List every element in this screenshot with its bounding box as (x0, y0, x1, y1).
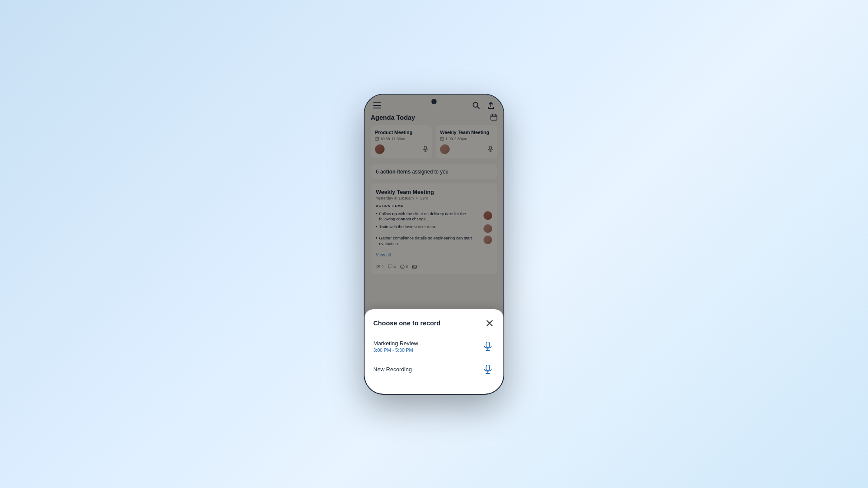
sheet-item-1-time: 3:00 PM - 5:30 PM (373, 347, 418, 353)
sheet-item-marketing[interactable]: Marketing Review 3:00 PM - 5:30 PM (373, 335, 495, 358)
sheet-item-2-info: New Recording (373, 366, 412, 373)
mic-button-marketing[interactable] (481, 340, 495, 354)
sheet-item-1-name: Marketing Review (373, 340, 418, 347)
bottom-sheet: Choose one to record Marketing Review 3:… (365, 309, 503, 394)
close-button[interactable] (484, 318, 495, 328)
sheet-item-2-name: New Recording (373, 366, 412, 373)
mic-button-new-recording[interactable] (481, 363, 495, 377)
svg-rect-34 (486, 365, 490, 370)
svg-rect-31 (486, 342, 490, 347)
screen: Agenda Today Product Meeting (365, 95, 503, 394)
phone-shell: Agenda Today Product Meeting (365, 95, 503, 394)
sheet-header: Choose one to record (373, 318, 495, 328)
sheet-item-1-info: Marketing Review 3:00 PM - 5:30 PM (373, 340, 418, 353)
sheet-item-new-recording[interactable]: New Recording (373, 358, 495, 381)
sheet-title: Choose one to record (373, 319, 441, 327)
